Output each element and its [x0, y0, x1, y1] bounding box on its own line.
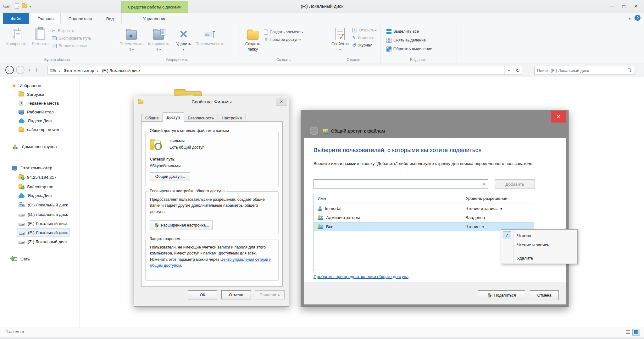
- refresh-icon[interactable]: [513, 66, 522, 74]
- sidebar-item-network[interactable]: Сеть: [10, 255, 32, 263]
- drive-icon[interactable]: [3, 5, 9, 8]
- ribbon-group-organize: ◄ Переместить в Копировать в Удалить Пер…: [114, 24, 240, 63]
- permission-dropdown[interactable]: Чтение: [465, 224, 485, 229]
- tab-security[interactable]: Безопасность: [184, 114, 218, 122]
- users-icon: [318, 224, 324, 229]
- qat-dropdown-icon[interactable]: [30, 3, 31, 9]
- breadcrumb-drive-f[interactable]: (F:) Локальный диск: [100, 66, 142, 74]
- sidebar-item-downloads[interactable]: Загрузки: [17, 90, 46, 98]
- rename-button[interactable]: Переименовать: [193, 26, 227, 47]
- ok-button[interactable]: ОК: [188, 290, 217, 299]
- search-input[interactable]: [537, 68, 628, 73]
- sidebar-item-safecomp-newer[interactable]: safecomp_newer: [17, 125, 61, 134]
- tab-general[interactable]: Общие: [141, 114, 163, 122]
- paste-shortcut-button[interactable]: Вставить ярлык: [51, 42, 92, 49]
- close-button[interactable]: [630, 2, 641, 10]
- combobox-dropdown-icon[interactable]: [483, 182, 488, 186]
- back-icon[interactable]: [310, 127, 318, 135]
- sharing-problems-link[interactable]: Проблемы при предоставлении общего досту…: [314, 274, 408, 279]
- collapse-ribbon-icon[interactable]: [629, 15, 631, 21]
- menu-item-remove[interactable]: Удалить: [517, 254, 533, 262]
- advanced-sharing-button[interactable]: Расширенная настройка...: [150, 221, 213, 230]
- folder-icon[interactable]: [22, 4, 27, 8]
- search-box[interactable]: [534, 66, 635, 75]
- sidebar-item-yandex-disk-2[interactable]: Яндекс.Диск: [17, 191, 54, 200]
- sharing-dialog-close-button[interactable]: [551, 111, 566, 123]
- menu-item-read-write[interactable]: Чтение и запись: [517, 240, 549, 249]
- ribbon: Копировать Вставить Вырезать Скопировать…: [0, 24, 644, 63]
- sidebar-item-drive-d[interactable]: (D:) Локальный диск: [17, 210, 70, 218]
- tab-view[interactable]: Вид: [100, 13, 120, 24]
- easy-access-icon: [264, 37, 268, 42]
- properties-button[interactable]: Свойства: [329, 26, 351, 53]
- properties-icon[interactable]: [15, 3, 19, 9]
- sidebar-item-safecomp-me[interactable]: Safecomp.me: [17, 183, 55, 191]
- drive-icon: [19, 214, 25, 216]
- sidebar-item-homegroup[interactable]: Домашняя группа: [10, 142, 58, 150]
- help-icon[interactable]: ?: [635, 15, 641, 21]
- select-all-button[interactable]: Выделить все: [385, 28, 433, 35]
- tab-customize[interactable]: Настройка: [218, 114, 246, 122]
- forward-button[interactable]: →: [16, 66, 25, 74]
- table-row-immortal[interactable]: Immortal Чтение и запись: [314, 204, 534, 213]
- sidebar-item-drive-f[interactable]: (F:) Локальный диск: [17, 228, 70, 237]
- permission-dropdown[interactable]: Чтение и запись: [465, 206, 502, 211]
- sidebar-item-drive-e[interactable]: (E:) Локальный диск: [17, 219, 69, 227]
- shared-folder-icon: [323, 129, 328, 133]
- address-input[interactable]: Этот компьютер (F:) Локальный диск: [47, 66, 522, 75]
- sidebar-item-ip-folder[interactable]: 84.254.194.217: [17, 173, 58, 181]
- network-path-value: \\Skynet\фильмы: [150, 164, 180, 168]
- share-button[interactable]: Общий доступ...: [150, 172, 190, 181]
- sidebar-item-favorites[interactable]: Избранное: [10, 81, 43, 90]
- minimize-button[interactable]: [607, 2, 617, 10]
- column-name[interactable]: Имя: [314, 194, 462, 204]
- share-confirm-button[interactable]: Поделиться: [478, 290, 525, 300]
- back-button[interactable]: ←: [5, 66, 14, 74]
- sidebar-item-drive-c[interactable]: (C:) Локальный диск: [17, 201, 70, 209]
- sidebar-item-this-pc[interactable]: Этот компьютер: [10, 164, 54, 172]
- new-item-button[interactable]: Создать элемент: [263, 28, 305, 36]
- table-row-administrators[interactable]: Администраторы Владелец: [314, 213, 534, 222]
- user-combobox[interactable]: [314, 179, 488, 189]
- breadcrumb-this-pc[interactable]: Этот компьютер: [62, 66, 96, 74]
- address-dropdown-icon[interactable]: [504, 66, 513, 74]
- delete-button[interactable]: Удалить: [174, 26, 193, 53]
- tab-sharing[interactable]: Доступ: [163, 112, 184, 122]
- select-none-button[interactable]: Снять выделение: [385, 36, 433, 44]
- edit-button[interactable]: Изменить: [351, 34, 378, 41]
- sidebar-item-drive-z[interactable]: (Z:) Локальный диск: [17, 238, 69, 246]
- invert-selection-button[interactable]: Обратить выделение: [385, 45, 433, 52]
- maximize-button[interactable]: [619, 2, 629, 10]
- properties-dialog-titlebar: Свойства: Фильмы: [134, 96, 289, 107]
- column-permission[interactable]: Уровень разрешений: [462, 194, 534, 204]
- menu-item-read[interactable]: Чтение: [517, 231, 531, 240]
- tab-file[interactable]: Файл: [3, 13, 29, 24]
- up-button[interactable]: ↑: [32, 66, 41, 74]
- apply-button[interactable]: Применить: [255, 290, 285, 299]
- copy-to-button[interactable]: Копировать в: [146, 26, 171, 53]
- tab-share[interactable]: Поделиться: [62, 13, 98, 24]
- open-button[interactable]: Открыть: [351, 26, 378, 34]
- copy-button[interactable]: Копировать: [4, 26, 30, 47]
- details-view-button[interactable]: [624, 329, 631, 336]
- new-folder-button[interactable]: Создать папку: [243, 26, 263, 53]
- cut-button[interactable]: Вырезать: [51, 27, 92, 34]
- copy-path-button[interactable]: Скопировать путь: [51, 35, 92, 42]
- history-button[interactable]: Журнал: [351, 41, 378, 49]
- easy-access-button[interactable]: Простой доступ: [263, 36, 305, 43]
- sidebar-item-recent-places[interactable]: Недавние места: [17, 99, 61, 107]
- properties-dialog-close-button[interactable]: [276, 98, 287, 106]
- paste-button[interactable]: Вставить: [30, 26, 51, 47]
- sidebar-item-desktop[interactable]: Рабочий стол: [17, 108, 56, 116]
- table-header: Имя Уровень разрешений: [314, 194, 534, 204]
- context-ribbon-tab-disk-tools[interactable]: Средства работы с дисками: [121, 1, 188, 13]
- recent-locations-dropdown[interactable]: [27, 66, 32, 74]
- add-button[interactable]: Добавить: [495, 179, 535, 189]
- move-to-button[interactable]: ◄ Переместить в: [117, 26, 146, 53]
- thumbnails-view-button[interactable]: [632, 329, 640, 336]
- sharing-cancel-button[interactable]: Отмена: [530, 290, 559, 300]
- tab-manage[interactable]: Управление: [121, 13, 188, 24]
- sidebar-item-yandex-disk[interactable]: Яндекс.Диск: [17, 117, 54, 125]
- tab-home[interactable]: Главная: [31, 13, 61, 24]
- cancel-button[interactable]: Отмена: [221, 290, 251, 299]
